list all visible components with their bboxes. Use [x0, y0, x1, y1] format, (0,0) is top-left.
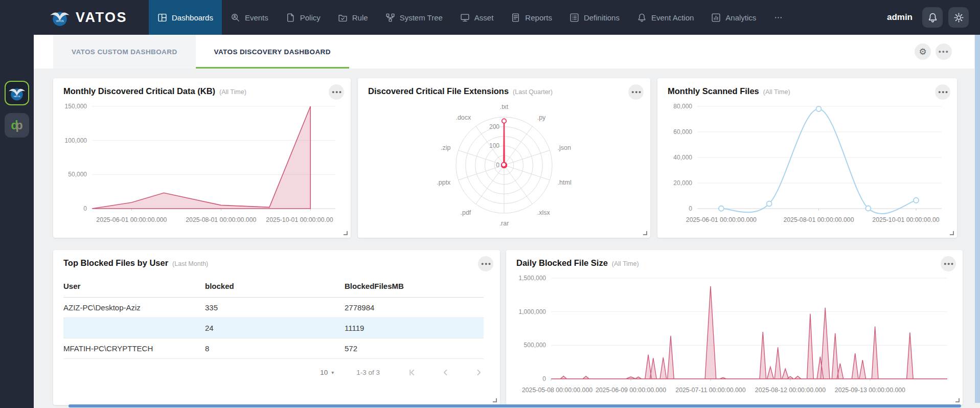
table-row[interactable]: 2411119: [63, 318, 484, 338]
page-size-select[interactable]: 10 ▾: [320, 369, 334, 376]
card-title: Monthly Discovered Critical Data (KB): [63, 86, 215, 96]
nav-item-policy[interactable]: Policy: [277, 0, 329, 35]
main-nav: DashboardsEventsPolicyRuleSystem TreeAss…: [149, 0, 792, 35]
next-page-button[interactable]: [474, 368, 484, 377]
username[interactable]: admin: [887, 12, 913, 22]
nav-item-asset[interactable]: Asset: [451, 0, 503, 35]
nav-item-event-action[interactable]: Event Action: [628, 0, 702, 35]
svg-text:2025-06-01 00:00:00.000: 2025-06-01 00:00:00.000: [96, 216, 167, 223]
nav-item-analytics[interactable]: Analytics: [702, 0, 765, 35]
vertical-scrollbar[interactable]: [975, 35, 980, 403]
nav-item-definitions[interactable]: Definitions: [561, 0, 628, 35]
table-cell: 2778984: [345, 298, 484, 318]
chevron-right-icon: [474, 368, 484, 377]
card-resize-handle[interactable]: [344, 231, 348, 235]
svg-text:.json: .json: [558, 144, 571, 151]
horizontal-scrollbar[interactable]: [69, 404, 961, 407]
card-menu-button[interactable]: ●●●: [478, 256, 493, 271]
table-cell: AZIZ-PC\Desktop-Aziz: [63, 298, 205, 318]
tree-icon: [385, 13, 395, 22]
brand[interactable]: VATOS VATOS: [0, 0, 149, 35]
card-title: Top Blocked Files by User: [63, 258, 168, 268]
chevron-left-icon: [441, 368, 450, 377]
nav-item-system-tree[interactable]: System Tree: [377, 0, 451, 35]
card-resize-handle[interactable]: [493, 398, 497, 402]
tab-vatos-discovery-dashboard[interactable]: VATOS DISCOVERY DASHBOARD: [196, 35, 349, 69]
card-period: (All Time): [219, 88, 246, 96]
nav-item-label: Asset: [474, 13, 494, 22]
column-header-blockedfilesmb: BlockedFilesMB: [345, 276, 484, 298]
svg-text:VATOS: VATOS: [14, 95, 20, 98]
svg-text:.pdf: .pdf: [460, 209, 471, 216]
dashboard-settings-button[interactable]: ⚙: [915, 43, 931, 60]
card-menu-button[interactable]: ●●●: [628, 84, 644, 100]
svg-text:2025-05-08 00:00:00.000: 2025-05-08 00:00:00.000: [522, 387, 592, 394]
svg-text:1,500,000: 1,500,000: [519, 275, 546, 282]
tab-vatos-custom-dashboard[interactable]: VATOS CUSTOM DASHBOARD: [53, 35, 196, 69]
table-cell: 8: [205, 338, 345, 359]
card-menu-button[interactable]: ●●●: [941, 256, 956, 271]
table-cell: 24: [205, 318, 345, 338]
svg-text:.zip: .zip: [441, 144, 451, 151]
folder-check-icon: [338, 13, 348, 22]
page-range-label: 1-3 of 3: [356, 369, 380, 376]
dashboard-tabbar: VATOS CUSTOM DASHBOARD VATOS DISCOVERY D…: [34, 35, 974, 69]
page-size-value: 10: [320, 369, 328, 376]
card-period: (All Time): [763, 88, 790, 96]
notifications-button[interactable]: [922, 7, 943, 28]
card-title: Discovered Critical File Extensions: [368, 86, 509, 96]
nav-item-reports[interactable]: Reports: [502, 0, 561, 35]
table-row[interactable]: MFATIH-PC\CRYPTTECH8572: [63, 338, 484, 359]
svg-text:100,000: 100,000: [65, 137, 87, 144]
svg-text:VATOS: VATOS: [56, 20, 63, 22]
top-navbar: VATOS VATOS DashboardsEventsPolicyRuleSy…: [0, 0, 980, 35]
svg-text:50,000: 50,000: [68, 171, 87, 178]
column-header-blocked: blocked: [205, 276, 345, 298]
bell-icon: [927, 12, 938, 23]
brand-name: VATOS: [76, 10, 127, 26]
active-tab-indicator: [196, 67, 349, 69]
app-vatos-button[interactable]: VATOS: [5, 81, 29, 105]
settings-button[interactable]: [948, 7, 969, 28]
table-cell: 335: [205, 298, 345, 318]
nav-item-label: System Tree: [400, 13, 443, 22]
first-page-button[interactable]: [407, 368, 417, 377]
svg-text:2025-08-12 00:00:00.000: 2025-08-12 00:00:00.000: [755, 387, 826, 394]
card-menu-button[interactable]: ●●●: [935, 84, 950, 100]
table-row[interactable]: AZIZ-PC\Desktop-Aziz3352778984: [63, 298, 484, 318]
nav-item-dashboards[interactable]: Dashboards: [149, 0, 222, 35]
navbar-right: admin: [887, 0, 980, 35]
svg-text:.docx: .docx: [455, 114, 471, 121]
table-pagination: 10 ▾ 1-3 of 3: [63, 368, 484, 377]
svg-text:2025-10-01 00:00:00.00: 2025-10-01 00:00:00.00: [266, 216, 333, 223]
card-title: Daily Blocked File Size: [516, 258, 608, 268]
nav-item-rule[interactable]: Rule: [329, 0, 377, 35]
svg-text:2025-08-01 00:00:00.000: 2025-08-01 00:00:00.000: [783, 216, 854, 223]
card-resize-handle[interactable]: [955, 398, 960, 402]
svg-text:.html: .html: [558, 179, 572, 186]
card-menu-button[interactable]: ●●●: [329, 84, 344, 100]
svg-text:0: 0: [542, 375, 546, 382]
svg-text:1,000,000: 1,000,000: [519, 308, 546, 315]
gear-icon: [953, 12, 964, 23]
nav-item-more[interactable]: [765, 0, 792, 35]
svg-text:.py: .py: [537, 114, 546, 121]
svg-text:40,000: 40,000: [673, 154, 692, 161]
more-icon: [773, 13, 783, 22]
nav-item-events[interactable]: Events: [222, 0, 277, 35]
nav-item-label: Rule: [352, 13, 368, 22]
card-resize-handle[interactable]: [643, 231, 647, 235]
prev-page-button[interactable]: [441, 368, 450, 377]
card-resize-handle[interactable]: [950, 231, 954, 235]
app-switcher-rail: VATOS dp: [0, 35, 34, 408]
monthly-scanned-files-chart: 020,00040,00060,00080,0002025-06-01 00:0…: [668, 100, 947, 227]
svg-text:2025-09-13 00:00:00.000: 2025-09-13 00:00:00.000: [835, 387, 905, 394]
report-icon: [511, 13, 520, 22]
first-page-icon: [407, 368, 417, 377]
app-dp-button[interactable]: dp: [5, 113, 29, 138]
svg-text:0: 0: [83, 205, 87, 212]
card-discovered-critical-file-extensions: Discovered Critical File Extensions (Las…: [358, 78, 650, 238]
card-daily-blocked-file-size: Daily Blocked File Size (All Time) ●●● 0…: [506, 250, 963, 405]
svg-text:20,000: 20,000: [673, 179, 692, 187]
dashboard-more-button[interactable]: ●●●: [936, 43, 952, 60]
